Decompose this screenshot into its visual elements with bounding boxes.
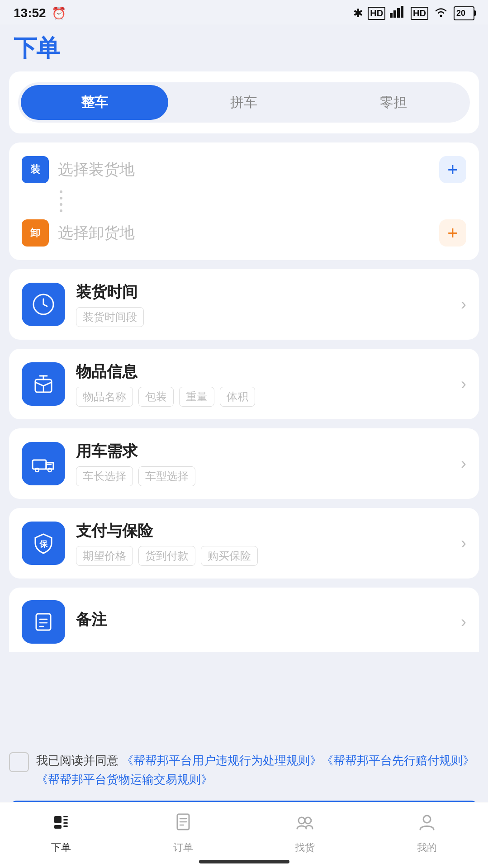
notes-card[interactable]: 备注 › — [9, 588, 479, 652]
unload-placeholder: 选择卸货地 — [58, 223, 430, 243]
tabs-container: 整车 拼车 零担 — [18, 82, 470, 123]
nav-order-label: 下单 — [51, 841, 71, 854]
tag-cod: 货到付款 — [138, 546, 195, 566]
app-header: 下单 — [0, 24, 488, 71]
agreement-link-3[interactable]: 《帮帮邦平台货物运输交易规则》 — [36, 773, 213, 786]
svg-point-27 — [298, 817, 305, 824]
load-badge: 装 — [22, 156, 49, 183]
vehicle-tags: 车长选择 车型选择 — [76, 466, 450, 486]
vehicle-need-title: 用车需求 — [76, 441, 450, 462]
goods-info-title: 物品信息 — [76, 361, 450, 382]
app-title: 下单 — [14, 33, 474, 64]
tag-buy-insurance: 购买保险 — [201, 546, 258, 566]
notes-title: 备注 — [76, 609, 450, 630]
add-load-button[interactable]: + — [439, 156, 466, 183]
nav-item-mine[interactable]: 我的 — [366, 811, 488, 854]
unload-location-row[interactable]: 卸 选择卸货地 + — [22, 219, 466, 247]
svg-rect-1 — [393, 10, 396, 18]
loading-time-icon-wrap — [22, 283, 65, 326]
payment-card[interactable]: 保 支付与保险 期望价格 货到付款 购买保险 › — [9, 508, 479, 579]
agreement-link-2[interactable]: 《帮帮邦平台先行赔付规则》 — [322, 754, 474, 767]
tag-expected-price: 期望价格 — [76, 546, 133, 566]
status-bar: 13:52 ⏰ ✱ HD HD 20 — [0, 0, 488, 24]
vehicle-need-card[interactable]: 用车需求 车长选择 车型选择 › — [9, 428, 479, 499]
load-location-row[interactable]: 装 选择装货地 + — [22, 156, 466, 183]
tag-packaging: 包装 — [138, 387, 174, 407]
plus-icon-unload: + — [447, 223, 458, 243]
loading-time-card[interactable]: 装货时间 装货时间段 › — [9, 269, 479, 340]
svg-rect-9 — [33, 460, 46, 469]
loading-time-tags: 装货时间段 — [76, 307, 450, 327]
tag-loading-time-period: 装货时间段 — [76, 307, 144, 327]
loading-time-content: 装货时间 装货时间段 — [76, 282, 450, 327]
nav-orders-icon — [173, 811, 194, 837]
agreement-section: 我已阅读并同意 《帮帮邦平台用户违规行为处理规则》《帮帮邦平台先行赔付规则》《帮… — [0, 742, 488, 793]
notes-content: 备注 — [76, 609, 450, 635]
svg-rect-17 — [54, 816, 62, 823]
svg-point-29 — [423, 816, 431, 823]
nav-findcargo-icon — [294, 811, 315, 837]
vehicle-need-content: 用车需求 车长选择 车型选择 — [76, 441, 450, 486]
home-indicator — [199, 860, 289, 863]
nav-item-order[interactable]: 下单 — [0, 811, 122, 854]
bluetooth-icon: ✱ — [353, 6, 363, 20]
tab-pinche[interactable]: 拼车 — [170, 85, 317, 120]
battery-icon: 20 — [454, 6, 474, 20]
tag-car-length: 车长选择 — [76, 466, 133, 486]
tab-zhengche[interactable]: 整车 — [21, 85, 168, 120]
signal-hd1-icon: HD — [368, 7, 385, 20]
tab-lingdan[interactable]: 零担 — [320, 85, 467, 120]
signal-hd2-icon: HD — [411, 7, 428, 20]
shield-icon: 保 — [32, 531, 55, 555]
payment-title: 支付与保险 — [76, 521, 450, 541]
nav-item-orders-list[interactable]: 订单 — [122, 811, 244, 854]
tag-weight: 重量 — [179, 387, 214, 407]
agreement-checkbox[interactable] — [9, 752, 29, 772]
agreement-link-1[interactable]: 《帮帮邦平台用户违规行为处理规则》 — [122, 754, 322, 767]
status-icons: ✱ HD HD 20 — [353, 6, 474, 20]
svg-text:保: 保 — [39, 540, 48, 549]
svg-rect-22 — [63, 825, 68, 827]
svg-rect-18 — [54, 825, 62, 829]
tag-goods-name: 物品名称 — [76, 387, 133, 407]
svg-rect-13 — [36, 614, 51, 630]
svg-point-11 — [48, 468, 52, 472]
chevron-right-vehicle: › — [461, 454, 466, 473]
notes-icon — [32, 610, 55, 634]
nav-order-icon — [51, 811, 71, 837]
svg-rect-21 — [63, 822, 68, 824]
alarm-icon: ⏰ — [52, 6, 66, 20]
loading-time-title: 装货时间 — [76, 282, 450, 303]
goods-icon — [32, 372, 55, 396]
nav-item-find-cargo[interactable]: 找货 — [244, 811, 366, 854]
tag-volume: 体积 — [220, 387, 255, 407]
chevron-right-goods: › — [461, 375, 466, 394]
status-time: 13:52 — [14, 6, 46, 20]
goods-info-card[interactable]: 物品信息 物品名称 包装 重量 体积 › — [9, 349, 479, 419]
location-divider — [58, 190, 466, 212]
goods-tags: 物品名称 包装 重量 体积 — [76, 387, 450, 407]
unload-badge: 卸 — [22, 219, 49, 247]
nav-mine-label: 我的 — [417, 841, 437, 854]
nav-orders-label: 订单 — [173, 841, 193, 854]
svg-rect-20 — [63, 819, 68, 821]
svg-point-4 — [440, 15, 442, 17]
chevron-right-payment: › — [461, 534, 466, 553]
plus-icon-load: + — [447, 160, 458, 180]
add-unload-button[interactable]: + — [439, 219, 466, 247]
payment-icon-wrap: 保 — [22, 522, 65, 565]
payment-content: 支付与保险 期望价格 货到付款 购买保险 — [76, 521, 450, 566]
wifi-icon — [433, 6, 449, 20]
payment-tags: 期望价格 货到付款 购买保险 — [76, 546, 450, 566]
location-card: 装 选择装货地 + 卸 选择卸货地 + — [9, 142, 479, 260]
vehicle-icon-wrap — [22, 442, 65, 485]
svg-rect-19 — [63, 816, 68, 817]
goods-info-content: 物品信息 物品名称 包装 重量 体积 — [76, 361, 450, 407]
svg-point-28 — [305, 817, 311, 824]
chevron-right-notes: › — [461, 612, 466, 631]
nav-findcargo-label: 找货 — [295, 841, 315, 854]
svg-rect-3 — [401, 6, 403, 18]
truck-icon — [31, 452, 56, 475]
notes-icon-wrap — [22, 600, 65, 644]
svg-rect-2 — [397, 8, 400, 18]
